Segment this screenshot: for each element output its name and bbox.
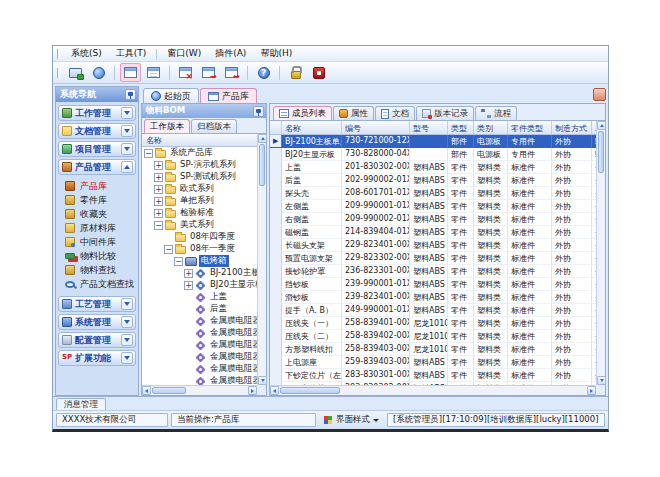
tree-item[interactable]: 后盖	[142, 303, 257, 315]
table-row[interactable]: 右侧盖209-990002-01X塑料ABS零件塑料类标准件外协条	[270, 213, 596, 226]
tree-item[interactable]: 金属膜电阻器	[142, 315, 257, 327]
chevron-down-icon[interactable]	[121, 125, 133, 137]
sidebar-section-0[interactable]: 工作管理	[58, 105, 136, 121]
pin-icon[interactable]	[125, 89, 136, 100]
scrollbar-thumb[interactable]	[152, 387, 186, 394]
column-header[interactable]: 类型	[448, 121, 474, 134]
content-tab-0[interactable]: 成员列表	[273, 106, 332, 120]
tab-options-button[interactable]	[593, 88, 606, 101]
content-tab-1[interactable]: 属性	[333, 106, 374, 120]
toolbar-grip[interactable]	[57, 68, 60, 78]
tree-item[interactable]: +欧式系列	[142, 183, 257, 195]
table-row[interactable]: 压线夹（二）258-839402-00X尼龙1010零件塑料类标准件外协条	[270, 330, 596, 343]
toolbar-button-close-window[interactable]	[175, 63, 196, 82]
toolbar-button-explorer-window[interactable]	[120, 63, 141, 82]
expander-icon[interactable]: +	[154, 161, 163, 170]
scrollbar-thumb[interactable]	[598, 131, 604, 173]
content-tab-3[interactable]: 版本记录	[416, 106, 474, 120]
menu-item[interactable]: 系统(S)	[64, 46, 109, 61]
scroll-right-icon[interactable]	[248, 386, 257, 395]
table-row[interactable]: 磁钢盖214-839404-01X塑料ABS零件塑料类标准件外协条	[270, 226, 596, 239]
expander-icon[interactable]: −	[174, 257, 183, 266]
toolbar-button-import-window[interactable]	[198, 63, 219, 82]
expander-icon[interactable]: +	[154, 185, 163, 194]
toolbar-button-help[interactable]	[253, 63, 274, 82]
expander-icon[interactable]: −	[144, 149, 153, 158]
tree-item[interactable]: 金属膜电阻器	[142, 339, 257, 351]
sidebar-section-2[interactable]: 项目管理	[58, 141, 136, 157]
column-header[interactable]: 类别	[474, 121, 508, 134]
pin-icon[interactable]	[253, 106, 264, 117]
chevron-up-icon[interactable]	[121, 161, 133, 173]
tree-item[interactable]: +单把系列	[142, 195, 257, 207]
sidebar-item-0[interactable]: 产品库	[58, 179, 136, 193]
sidebar-item-2[interactable]: 收藏夹	[58, 207, 136, 221]
column-header[interactable]: 制造方式	[552, 121, 592, 134]
scroll-up-icon[interactable]	[258, 134, 267, 143]
chevron-down-icon[interactable]	[121, 107, 133, 119]
doc-tab-1[interactable]: 产品库	[200, 88, 257, 103]
doc-tab-0[interactable]: 起始页	[143, 88, 199, 103]
sidebar-section-5[interactable]: 系统管理	[58, 314, 136, 330]
toolbar-button-globe[interactable]	[88, 63, 109, 82]
tree-column-header[interactable]: 名称	[142, 134, 257, 147]
scroll-up-icon[interactable]	[597, 121, 606, 130]
bom-tab-1[interactable]: 归档版本	[191, 119, 237, 133]
tree-item[interactable]: −08年一季度	[142, 243, 257, 255]
tree-item[interactable]: +BJ-2100主板单点	[142, 267, 257, 279]
tree-item[interactable]: +检验标准	[142, 207, 257, 219]
table-row[interactable]: 探头壳208-601701-01X塑料ABS零件塑料类标准件外协条	[270, 187, 596, 200]
expander-icon[interactable]: −	[154, 221, 163, 230]
tree-item[interactable]: 金属膜电阻器	[142, 351, 257, 363]
content-tab-2[interactable]: 文档	[375, 106, 415, 120]
sidebar-section-3[interactable]: 产品管理	[58, 159, 136, 175]
expander-icon[interactable]: +	[184, 269, 193, 278]
table-horizontal-scrollbar[interactable]	[270, 385, 596, 395]
chevron-down-icon[interactable]	[121, 143, 133, 155]
table-row[interactable]: 左侧盖209-990001-01X塑料ABS零件塑料类标准件外协条	[270, 200, 596, 213]
table-row[interactable]: 提手（A. B）249-990001-01X塑料ABS零件塑料类标准件外协条	[270, 304, 596, 317]
table-row[interactable]: BJ20主显示板730-828000-04X部件电源板专用件外协颗	[270, 148, 596, 161]
sidebar-item-6[interactable]: 物料查找	[58, 263, 136, 277]
tree-item[interactable]: 金属膜电阻器	[142, 363, 257, 375]
menu-item[interactable]: 帮助(H)	[253, 46, 299, 61]
menu-grip[interactable]	[57, 49, 60, 59]
tree-item[interactable]: −电烤箱	[142, 255, 257, 267]
tree-item[interactable]: +BJ20主显示板	[142, 279, 257, 291]
column-header[interactable]: 型号	[410, 121, 448, 134]
sidebar-item-7[interactable]: 产品文档查找	[58, 277, 136, 291]
sidebar-item-3[interactable]: 原材料库	[58, 221, 136, 235]
sidebar-section-7[interactable]: 扩展功能	[58, 350, 136, 366]
chevron-down-icon[interactable]	[121, 298, 133, 310]
table-row[interactable]: 上电源座259-839403-00X塑料ABS零件塑料类标准件外协条	[270, 356, 596, 369]
tree-item[interactable]: 08年四季度	[142, 231, 257, 243]
expander-icon[interactable]: +	[154, 197, 163, 206]
bom-tab-0[interactable]: 工作版本	[144, 119, 190, 133]
tree-item[interactable]: +SP-测试机系列	[142, 171, 257, 183]
table-row[interactable]: 上盖201-830302-00X塑料ABS零件塑料类标准件外协条	[270, 161, 596, 174]
table-row[interactable]: 后盖202-990002-01X塑料ABS零件塑料类标准件外协条	[270, 174, 596, 187]
table-row[interactable]: 挡钞板239-990001-01X塑料ABS零件塑料类标准件外协条	[270, 278, 596, 291]
sidebar-item-4[interactable]: 中间件库	[58, 235, 136, 249]
column-header[interactable]: 编号	[342, 121, 410, 134]
expander-icon[interactable]: +	[154, 173, 163, 182]
table-vertical-scrollbar[interactable]	[596, 121, 605, 385]
tree-item[interactable]: 金属膜电阻器	[142, 375, 257, 385]
tree-horizontal-scrollbar[interactable]	[142, 385, 257, 395]
expander-icon[interactable]: +	[184, 281, 193, 290]
table-row[interactable]: 滑钞板239-823401-00X塑料ABS零件塑料类标准件外协条	[270, 291, 596, 304]
table-row[interactable]: 方形塑料线扣258-839403-00X尼龙1010零件塑料类标准件外协条	[270, 343, 596, 356]
table-row[interactable]: 下钞定位片（左）283-830301-00X塑料ABS零件塑料类标准件外协条	[270, 369, 596, 382]
scroll-down-icon[interactable]	[258, 376, 267, 385]
table-row[interactable]: 压线夹（一）258-839401-00X尼龙1010零件塑料类标准件外协条	[270, 317, 596, 330]
tree-item[interactable]: 上盖	[142, 291, 257, 303]
scrollbar-thumb[interactable]	[259, 144, 265, 186]
toolbar-button-export-window[interactable]	[221, 63, 242, 82]
scroll-down-icon[interactable]	[597, 376, 606, 385]
expander-icon[interactable]: +	[154, 209, 163, 218]
toolbar-button-lock[interactable]	[285, 63, 306, 82]
sidebar-section-1[interactable]: 文档管理	[58, 123, 136, 139]
column-header[interactable]: 名称	[282, 121, 342, 134]
menu-item[interactable]: 窗口(W)	[160, 46, 208, 61]
table-row[interactable]: ▶BJ-2100主板单点730-721000-12X部件电源板专用件外协颗	[270, 135, 596, 148]
